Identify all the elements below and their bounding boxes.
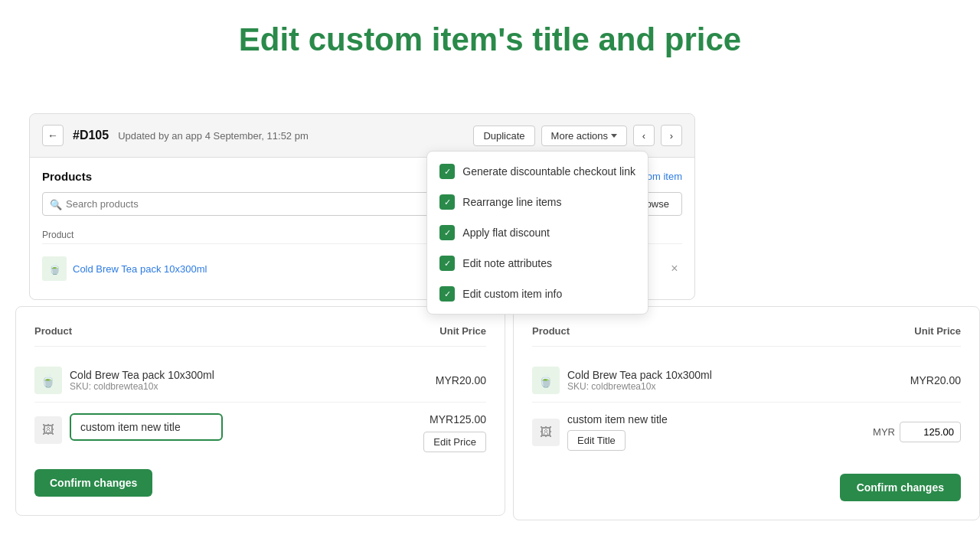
nav-next-button[interactable]: › xyxy=(661,125,682,146)
confirm-changes-button-right[interactable]: Confirm changes xyxy=(840,474,961,501)
dropdown-item-edit-note[interactable]: ✓ Edit note attributes xyxy=(427,248,648,279)
page-title: Edit custom item's title and price xyxy=(0,0,980,73)
right-card-product-row: 🍵 Cold Brew Tea pack 10x300ml SKU: coldb… xyxy=(532,359,961,403)
products-section-title: Products xyxy=(42,170,92,183)
product-thumbnail: 🍵 xyxy=(42,256,67,281)
right-custom-item-row: 🖼 custom item new title Edit Title MYR xyxy=(532,403,961,461)
right-custom-info: custom item new title Edit Title xyxy=(567,413,668,451)
dropdown-item-edit-custom[interactable]: ✓ Edit custom item info xyxy=(427,279,648,309)
order-id: #D105 xyxy=(73,129,109,142)
top-order-card: ← #D105 Updated by an app 4 September, 1… xyxy=(29,113,695,300)
price-input[interactable] xyxy=(900,422,961,442)
left-product-left: 🍵 Cold Brew Tea pack 10x300ml SKU: coldb… xyxy=(34,367,214,394)
checkmark-icon-1: ✓ xyxy=(439,164,455,179)
right-product-price: MYR20.00 xyxy=(910,374,961,386)
right-product-left: 🍵 Cold Brew Tea pack 10x300ml SKU: coldb… xyxy=(532,367,712,394)
right-product-info: Cold Brew Tea pack 10x300ml SKU: coldbre… xyxy=(567,369,712,392)
search-icon: 🔍 xyxy=(50,198,62,210)
left-product-price: MYR20.00 xyxy=(436,374,486,386)
bottom-right-card: Product Unit Price 🍵 Cold Brew Tea pack … xyxy=(513,306,980,520)
product-name-link[interactable]: Cold Brew Tea pack 10x300ml xyxy=(73,263,207,275)
right-custom-item-icon: 🖼 xyxy=(532,419,560,446)
right-price-cell: MYR xyxy=(873,422,961,442)
custom-item-icon: 🖼 xyxy=(34,416,62,444)
right-card-table-header: Product Unit Price xyxy=(532,325,961,347)
left-product-info: Cold Brew Tea pack 10x300ml SKU: coldbre… xyxy=(70,369,214,392)
bottom-left-card: Product Unit Price 🍵 Cold Brew Tea pack … xyxy=(15,306,505,516)
left-product-thumbnail: 🍵 xyxy=(34,367,62,394)
checkmark-icon-5: ✓ xyxy=(439,286,455,302)
back-button[interactable]: ← xyxy=(42,125,64,146)
header-actions: Duplicate More actions ‹ › xyxy=(473,125,682,146)
duplicate-button[interactable]: Duplicate xyxy=(473,126,534,146)
checkmark-icon-4: ✓ xyxy=(439,256,455,271)
custom-item-right: MYR125.00 Edit Price xyxy=(423,413,486,452)
chevron-down-icon xyxy=(611,134,617,138)
dropdown-item-apply-discount[interactable]: ✓ Apply flat discount xyxy=(427,217,648,248)
custom-item-price: MYR125.00 xyxy=(430,413,486,425)
more-actions-dropdown: ✓ Generate discountable checkout link ✓ … xyxy=(426,151,648,315)
dropdown-item-generate[interactable]: ✓ Generate discountable checkout link xyxy=(427,156,648,187)
edit-title-button[interactable]: Edit Title xyxy=(567,430,626,451)
custom-item-left: 🖼 xyxy=(34,413,223,444)
custom-item-edit-row: 🖼 MYR125.00 Edit Price xyxy=(34,403,486,463)
left-card-table-header: Product Unit Price xyxy=(34,325,486,347)
dropdown-item-rearrange[interactable]: ✓ Rearrange line items xyxy=(427,187,648,217)
custom-title-input[interactable] xyxy=(70,413,223,441)
order-meta: Updated by an app 4 September, 11:52 pm xyxy=(118,130,464,142)
checkmark-icon-2: ✓ xyxy=(439,194,455,210)
edit-price-button[interactable]: Edit Price xyxy=(423,432,486,452)
right-custom-left: 🖼 custom item new title Edit Title xyxy=(532,413,668,451)
remove-product-button[interactable]: × xyxy=(667,262,682,276)
right-product-thumbnail: 🍵 xyxy=(532,367,560,394)
confirm-changes-button-left[interactable]: Confirm changes xyxy=(34,469,152,497)
more-actions-button[interactable]: More actions xyxy=(541,126,627,146)
nav-prev-button[interactable]: ‹ xyxy=(633,125,655,146)
right-custom-title: custom item new title xyxy=(567,413,668,425)
order-header: ← #D105 Updated by an app 4 September, 1… xyxy=(30,114,694,158)
currency-label: MYR xyxy=(873,426,895,438)
checkmark-icon-3: ✓ xyxy=(439,225,455,240)
left-card-product-row: 🍵 Cold Brew Tea pack 10x300ml SKU: coldb… xyxy=(34,359,486,403)
